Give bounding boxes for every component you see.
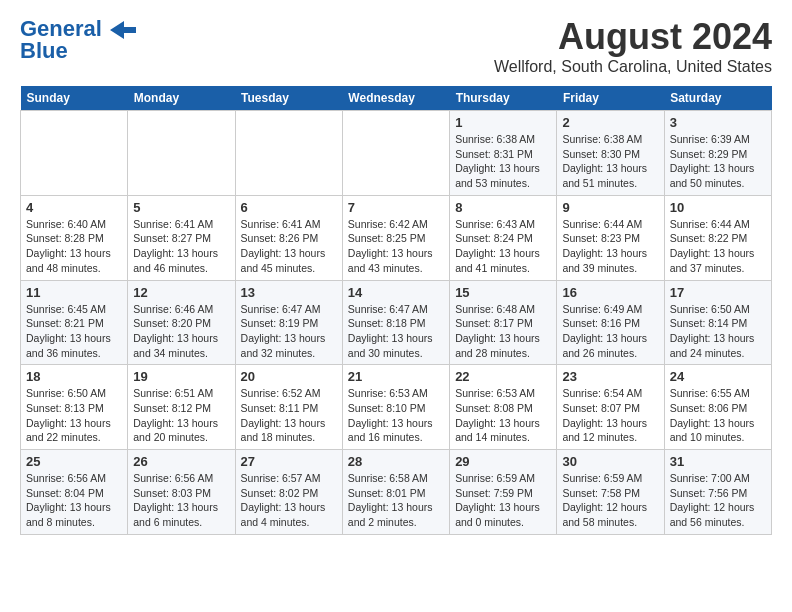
day-number: 18 xyxy=(26,369,122,384)
calendar-cell xyxy=(342,111,449,196)
calendar-cell: 6Sunrise: 6:41 AM Sunset: 8:26 PM Daylig… xyxy=(235,195,342,280)
calendar-cell: 14Sunrise: 6:47 AM Sunset: 8:18 PM Dayli… xyxy=(342,280,449,365)
day-info: Sunrise: 6:49 AM Sunset: 8:16 PM Dayligh… xyxy=(562,302,658,361)
calendar-cell: 17Sunrise: 6:50 AM Sunset: 8:14 PM Dayli… xyxy=(664,280,771,365)
calendar-table: SundayMondayTuesdayWednesdayThursdayFrid… xyxy=(20,86,772,535)
logo-arrow-icon xyxy=(110,21,136,39)
day-number: 31 xyxy=(670,454,766,469)
day-info: Sunrise: 6:56 AM Sunset: 8:03 PM Dayligh… xyxy=(133,471,229,530)
day-info: Sunrise: 7:00 AM Sunset: 7:56 PM Dayligh… xyxy=(670,471,766,530)
main-title: August 2024 xyxy=(494,16,772,58)
day-number: 6 xyxy=(241,200,337,215)
day-info: Sunrise: 6:58 AM Sunset: 8:01 PM Dayligh… xyxy=(348,471,444,530)
day-info: Sunrise: 6:43 AM Sunset: 8:24 PM Dayligh… xyxy=(455,217,551,276)
day-number: 25 xyxy=(26,454,122,469)
subtitle: Wellford, South Carolina, United States xyxy=(494,58,772,76)
header-thursday: Thursday xyxy=(450,86,557,111)
day-info: Sunrise: 6:47 AM Sunset: 8:19 PM Dayligh… xyxy=(241,302,337,361)
day-info: Sunrise: 6:59 AM Sunset: 7:58 PM Dayligh… xyxy=(562,471,658,530)
calendar-cell: 18Sunrise: 6:50 AM Sunset: 8:13 PM Dayli… xyxy=(21,365,128,450)
day-number: 24 xyxy=(670,369,766,384)
page-header: General Blue August 2024 Wellford, South… xyxy=(20,16,772,76)
day-number: 27 xyxy=(241,454,337,469)
calendar-cell: 19Sunrise: 6:51 AM Sunset: 8:12 PM Dayli… xyxy=(128,365,235,450)
day-number: 30 xyxy=(562,454,658,469)
day-number: 7 xyxy=(348,200,444,215)
header-friday: Friday xyxy=(557,86,664,111)
title-block: August 2024 Wellford, South Carolina, Un… xyxy=(494,16,772,76)
day-info: Sunrise: 6:53 AM Sunset: 8:08 PM Dayligh… xyxy=(455,386,551,445)
header-monday: Monday xyxy=(128,86,235,111)
day-number: 28 xyxy=(348,454,444,469)
day-info: Sunrise: 6:46 AM Sunset: 8:20 PM Dayligh… xyxy=(133,302,229,361)
day-number: 12 xyxy=(133,285,229,300)
day-number: 21 xyxy=(348,369,444,384)
day-info: Sunrise: 6:54 AM Sunset: 8:07 PM Dayligh… xyxy=(562,386,658,445)
calendar-cell: 8Sunrise: 6:43 AM Sunset: 8:24 PM Daylig… xyxy=(450,195,557,280)
day-number: 22 xyxy=(455,369,551,384)
calendar-cell xyxy=(128,111,235,196)
calendar-week-row: 1Sunrise: 6:38 AM Sunset: 8:31 PM Daylig… xyxy=(21,111,772,196)
day-number: 10 xyxy=(670,200,766,215)
calendar-cell: 30Sunrise: 6:59 AM Sunset: 7:58 PM Dayli… xyxy=(557,450,664,535)
calendar-cell: 31Sunrise: 7:00 AM Sunset: 7:56 PM Dayli… xyxy=(664,450,771,535)
day-number: 26 xyxy=(133,454,229,469)
calendar-header-row: SundayMondayTuesdayWednesdayThursdayFrid… xyxy=(21,86,772,111)
calendar-cell: 28Sunrise: 6:58 AM Sunset: 8:01 PM Dayli… xyxy=(342,450,449,535)
calendar-cell: 27Sunrise: 6:57 AM Sunset: 8:02 PM Dayli… xyxy=(235,450,342,535)
day-number: 1 xyxy=(455,115,551,130)
day-info: Sunrise: 6:59 AM Sunset: 7:59 PM Dayligh… xyxy=(455,471,551,530)
calendar-cell: 10Sunrise: 6:44 AM Sunset: 8:22 PM Dayli… xyxy=(664,195,771,280)
calendar-cell: 4Sunrise: 6:40 AM Sunset: 8:28 PM Daylig… xyxy=(21,195,128,280)
calendar-cell: 2Sunrise: 6:38 AM Sunset: 8:30 PM Daylig… xyxy=(557,111,664,196)
calendar-cell: 5Sunrise: 6:41 AM Sunset: 8:27 PM Daylig… xyxy=(128,195,235,280)
day-info: Sunrise: 6:44 AM Sunset: 8:22 PM Dayligh… xyxy=(670,217,766,276)
day-info: Sunrise: 6:38 AM Sunset: 8:31 PM Dayligh… xyxy=(455,132,551,191)
calendar-cell: 1Sunrise: 6:38 AM Sunset: 8:31 PM Daylig… xyxy=(450,111,557,196)
header-wednesday: Wednesday xyxy=(342,86,449,111)
day-number: 16 xyxy=(562,285,658,300)
day-info: Sunrise: 6:41 AM Sunset: 8:27 PM Dayligh… xyxy=(133,217,229,276)
calendar-cell: 26Sunrise: 6:56 AM Sunset: 8:03 PM Dayli… xyxy=(128,450,235,535)
header-saturday: Saturday xyxy=(664,86,771,111)
day-info: Sunrise: 6:47 AM Sunset: 8:18 PM Dayligh… xyxy=(348,302,444,361)
day-number: 29 xyxy=(455,454,551,469)
day-info: Sunrise: 6:48 AM Sunset: 8:17 PM Dayligh… xyxy=(455,302,551,361)
day-number: 3 xyxy=(670,115,766,130)
calendar-cell: 21Sunrise: 6:53 AM Sunset: 8:10 PM Dayli… xyxy=(342,365,449,450)
calendar-cell: 16Sunrise: 6:49 AM Sunset: 8:16 PM Dayli… xyxy=(557,280,664,365)
day-number: 19 xyxy=(133,369,229,384)
day-number: 15 xyxy=(455,285,551,300)
day-number: 20 xyxy=(241,369,337,384)
calendar-cell: 20Sunrise: 6:52 AM Sunset: 8:11 PM Dayli… xyxy=(235,365,342,450)
calendar-cell: 24Sunrise: 6:55 AM Sunset: 8:06 PM Dayli… xyxy=(664,365,771,450)
header-tuesday: Tuesday xyxy=(235,86,342,111)
day-info: Sunrise: 6:38 AM Sunset: 8:30 PM Dayligh… xyxy=(562,132,658,191)
day-number: 17 xyxy=(670,285,766,300)
day-number: 14 xyxy=(348,285,444,300)
day-info: Sunrise: 6:50 AM Sunset: 8:14 PM Dayligh… xyxy=(670,302,766,361)
day-number: 5 xyxy=(133,200,229,215)
calendar-cell: 13Sunrise: 6:47 AM Sunset: 8:19 PM Dayli… xyxy=(235,280,342,365)
header-sunday: Sunday xyxy=(21,86,128,111)
day-info: Sunrise: 6:55 AM Sunset: 8:06 PM Dayligh… xyxy=(670,386,766,445)
calendar-cell: 23Sunrise: 6:54 AM Sunset: 8:07 PM Dayli… xyxy=(557,365,664,450)
day-number: 9 xyxy=(562,200,658,215)
day-info: Sunrise: 6:57 AM Sunset: 8:02 PM Dayligh… xyxy=(241,471,337,530)
day-info: Sunrise: 6:40 AM Sunset: 8:28 PM Dayligh… xyxy=(26,217,122,276)
day-info: Sunrise: 6:39 AM Sunset: 8:29 PM Dayligh… xyxy=(670,132,766,191)
day-info: Sunrise: 6:52 AM Sunset: 8:11 PM Dayligh… xyxy=(241,386,337,445)
calendar-cell: 9Sunrise: 6:44 AM Sunset: 8:23 PM Daylig… xyxy=(557,195,664,280)
calendar-cell: 22Sunrise: 6:53 AM Sunset: 8:08 PM Dayli… xyxy=(450,365,557,450)
day-info: Sunrise: 6:53 AM Sunset: 8:10 PM Dayligh… xyxy=(348,386,444,445)
calendar-week-row: 11Sunrise: 6:45 AM Sunset: 8:21 PM Dayli… xyxy=(21,280,772,365)
calendar-week-row: 18Sunrise: 6:50 AM Sunset: 8:13 PM Dayli… xyxy=(21,365,772,450)
day-info: Sunrise: 6:44 AM Sunset: 8:23 PM Dayligh… xyxy=(562,217,658,276)
day-number: 13 xyxy=(241,285,337,300)
day-info: Sunrise: 6:50 AM Sunset: 8:13 PM Dayligh… xyxy=(26,386,122,445)
calendar-cell xyxy=(235,111,342,196)
day-number: 2 xyxy=(562,115,658,130)
day-info: Sunrise: 6:42 AM Sunset: 8:25 PM Dayligh… xyxy=(348,217,444,276)
logo-blue-text: Blue xyxy=(20,38,68,64)
calendar-week-row: 25Sunrise: 6:56 AM Sunset: 8:04 PM Dayli… xyxy=(21,450,772,535)
